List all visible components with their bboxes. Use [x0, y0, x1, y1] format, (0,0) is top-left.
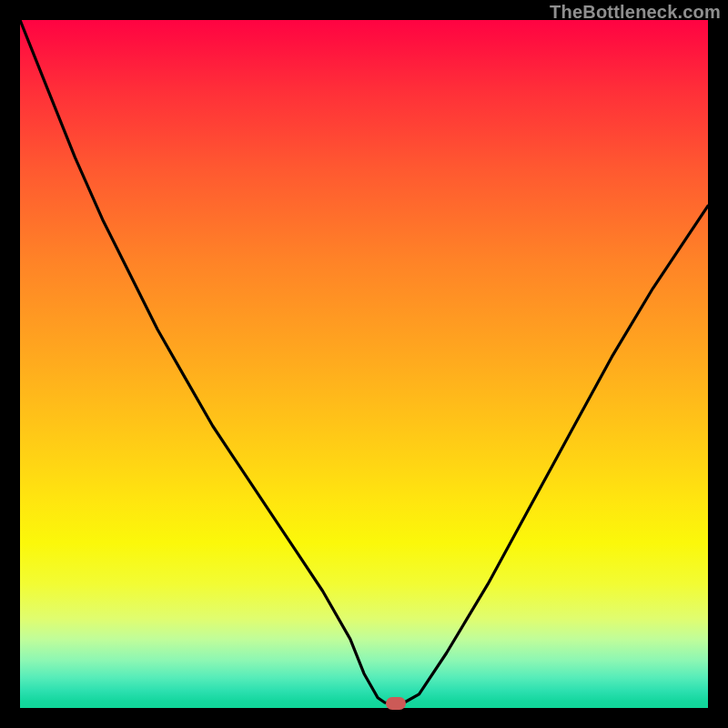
plot-area: [20, 20, 708, 708]
optimum-marker: [386, 697, 406, 710]
chart-stage: TheBottleneck.com: [0, 0, 728, 728]
bottleneck-curve: [20, 20, 708, 708]
